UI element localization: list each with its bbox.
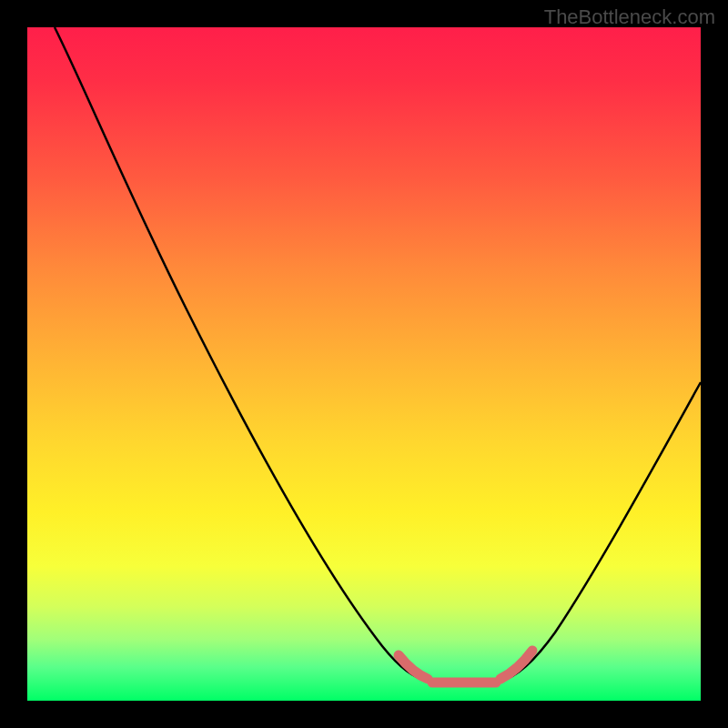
optimal-zone-left-marker — [399, 655, 428, 679]
bottleneck-curve-line — [55, 27, 701, 681]
watermark-text: TheBottleneck.com — [544, 5, 715, 29]
chart-plot-area — [27, 27, 701, 701]
chart-svg — [27, 27, 701, 701]
